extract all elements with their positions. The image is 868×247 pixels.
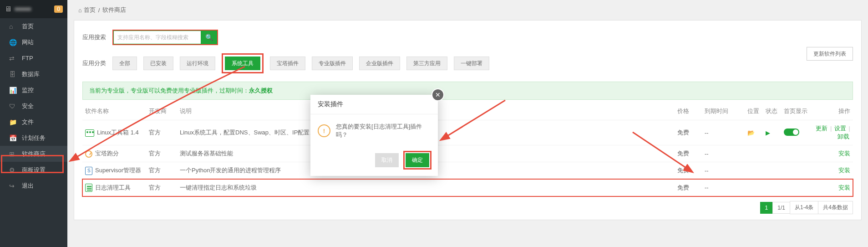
notice-bar: 当前为专业版，专业版可以免费使用专业版插件，过期时间：永久授权 bbox=[82, 82, 853, 100]
update-link[interactable]: 更新 bbox=[816, 125, 827, 132]
search-button[interactable]: 🔍 bbox=[201, 31, 217, 44]
install-link[interactable]: 安装 bbox=[838, 167, 850, 174]
status-cell bbox=[763, 162, 781, 180]
sidebar-item-calendar[interactable]: 📅计划任务 bbox=[0, 130, 67, 146]
sidebar-item-label: 安全 bbox=[22, 102, 34, 110]
sidebar-item-gear[interactable]: ⚙面板设置 bbox=[0, 162, 67, 178]
sidebar-item-label: 计划任务 bbox=[22, 134, 46, 142]
category-btn[interactable]: 一键部署 bbox=[454, 57, 489, 70]
category-btn[interactable]: 宝塔插件 bbox=[270, 57, 305, 70]
developer: 官方 bbox=[146, 120, 177, 145]
setting-link[interactable]: 设置 bbox=[834, 125, 846, 132]
software-icon bbox=[85, 129, 94, 137]
ok-highlight: 确定 bbox=[403, 151, 431, 170]
grid-icon: ⊞ bbox=[9, 150, 17, 158]
category-btn[interactable]: 系统工具 bbox=[225, 57, 260, 70]
category-btn[interactable]: 专业版插件 bbox=[312, 57, 353, 70]
modal-message: 您真的要安装[日志清理工具]插件吗？ bbox=[336, 123, 431, 139]
install-link[interactable]: 安装 bbox=[838, 150, 850, 157]
warning-icon: ! bbox=[318, 124, 330, 137]
sidebar-item-label: 监控 bbox=[22, 86, 34, 94]
update-list-button[interactable]: 更新软件列表 bbox=[807, 47, 853, 61]
page-total: 共4条数据 bbox=[818, 201, 853, 214]
monitor-icon: 🖥 bbox=[5, 5, 12, 13]
sidebar-item-label: 软件商店 bbox=[22, 150, 46, 158]
sidebar-item-globe[interactable]: 🌐网站 bbox=[0, 34, 67, 50]
breadcrumb-sep: / bbox=[98, 7, 100, 14]
ftp-icon: ⇄ bbox=[9, 55, 17, 62]
sidebar-item-label: 网站 bbox=[22, 38, 34, 46]
developer: 官方 bbox=[146, 162, 177, 180]
pagination: 1 1/1 从1-4条 共4条数据 bbox=[82, 201, 853, 214]
gear-icon: ⚙ bbox=[9, 166, 17, 174]
status-cell: ▶ bbox=[763, 120, 781, 145]
ok-button[interactable]: 确定 bbox=[406, 153, 429, 167]
expire: -- bbox=[702, 120, 745, 145]
price: 免费 bbox=[675, 162, 702, 180]
page-count: 1/1 bbox=[772, 202, 790, 214]
category-btn[interactable]: 全部 bbox=[112, 57, 137, 70]
sidebar-item-exit[interactable]: ↪退出 bbox=[0, 178, 67, 194]
th-home: 首页显示 bbox=[781, 103, 812, 120]
sidebar-item-folder[interactable]: 📁文件 bbox=[0, 114, 67, 130]
notification-badge[interactable]: 0 bbox=[54, 5, 63, 13]
server-name: ■■■■■ bbox=[15, 6, 54, 12]
category-btn[interactable]: 已安装 bbox=[143, 57, 173, 70]
exit-icon: ↪ bbox=[9, 182, 17, 190]
sidebar-item-home[interactable]: ⌂首页 bbox=[0, 18, 67, 34]
sidebar-item-database[interactable]: 🗄数据库 bbox=[0, 66, 67, 82]
play-icon[interactable]: ▶ bbox=[766, 129, 770, 136]
search-input[interactable] bbox=[113, 31, 201, 44]
modal-body: ! 您真的要安装[日志清理工具]插件吗？ bbox=[310, 114, 438, 147]
status-cell bbox=[763, 179, 781, 196]
software-name: Supervisor管理器 bbox=[95, 167, 141, 174]
th-op: 操作 bbox=[812, 103, 853, 120]
cancel-button[interactable]: 取消 bbox=[375, 153, 399, 167]
search-icon: 🔍 bbox=[205, 34, 213, 41]
modal-close-button[interactable]: ✕ bbox=[431, 88, 444, 101]
sidebar-item-shield[interactable]: 🛡安全 bbox=[0, 98, 67, 114]
modal-title: 安装插件 bbox=[310, 95, 438, 114]
uninstall-link[interactable]: 卸载 bbox=[838, 133, 849, 140]
sidebar-item-grid[interactable]: ⊞软件商店 bbox=[0, 146, 67, 162]
category-btn[interactable]: 企业版插件 bbox=[359, 57, 400, 70]
folder-icon[interactable]: 📂 bbox=[747, 129, 755, 136]
th-pos: 位置 bbox=[745, 103, 763, 120]
description: 一键清理指定日志和系统垃圾 bbox=[177, 179, 675, 196]
position-cell bbox=[745, 179, 763, 196]
home-cell bbox=[781, 120, 812, 145]
database-icon: 🗄 bbox=[9, 71, 17, 78]
globe-icon: 🌐 bbox=[9, 39, 17, 46]
position-cell bbox=[745, 145, 763, 162]
operation-cell: 安装 bbox=[812, 179, 853, 196]
operation-cell: 安装 bbox=[812, 145, 853, 162]
sidebar-item-monitor[interactable]: 📊监控 bbox=[0, 82, 67, 98]
search-row: 应用搜索 🔍 bbox=[82, 30, 853, 45]
install-link[interactable]: 安装 bbox=[838, 184, 850, 191]
toggle-switch[interactable] bbox=[784, 129, 799, 136]
table-row: 日志清理工具 官方 一键清理指定日志和系统垃圾 免费 -- 安装 bbox=[82, 179, 853, 196]
category-btn[interactable]: 第三方应用 bbox=[406, 57, 447, 70]
breadcrumb-home[interactable]: 首页 bbox=[84, 6, 96, 14]
calendar-icon: 📅 bbox=[9, 134, 17, 142]
th-dev: 开发商 bbox=[146, 103, 177, 120]
page-current[interactable]: 1 bbox=[760, 202, 773, 214]
developer: 官方 bbox=[146, 179, 177, 196]
sidebar-item-ftp[interactable]: ⇄FTP bbox=[0, 50, 67, 66]
shield-icon: 🛡 bbox=[9, 103, 17, 110]
software-name: 宝塔跑分 bbox=[95, 150, 119, 157]
sidebar-item-label: 文件 bbox=[22, 118, 34, 126]
software-name: Linux工具箱 1.4 bbox=[97, 129, 139, 136]
install-modal: ✕ 安装插件 ! 您真的要安装[日志清理工具]插件吗？ 取消 确定 bbox=[310, 95, 438, 176]
expire: -- bbox=[702, 145, 745, 162]
th-name: 软件名称 bbox=[82, 103, 146, 120]
category-highlight: 系统工具 bbox=[222, 53, 264, 73]
sidebar-header: 🖥 ■■■■■ 0 bbox=[0, 0, 67, 18]
category-btn[interactable]: 运行环境 bbox=[180, 57, 215, 70]
expire: -- bbox=[702, 179, 745, 196]
operation-cell: 更新 | 设置 | 卸载 bbox=[812, 120, 853, 145]
notice-bold: 永久授权 bbox=[249, 87, 273, 94]
th-price: 价格 bbox=[675, 103, 702, 120]
software-icon bbox=[85, 150, 92, 158]
home-icon[interactable]: ⌂ bbox=[78, 7, 82, 14]
